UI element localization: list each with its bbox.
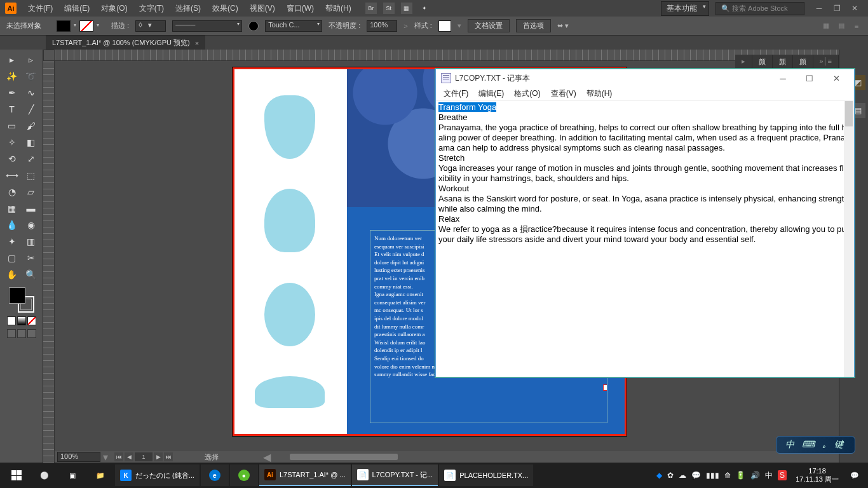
- magic-wand-tool[interactable]: ✨: [3, 69, 21, 84]
- color-mode-gradient[interactable]: [17, 316, 26, 325]
- horizontal-scrollbar-thumb[interactable]: [290, 454, 398, 460]
- preferences-button[interactable]: 首选项: [516, 19, 551, 32]
- bridge-icon[interactable]: Br: [365, 3, 377, 14]
- symbol-sprayer-tool[interactable]: ✦: [3, 234, 21, 249]
- slice-tool[interactable]: ✂: [22, 250, 40, 266]
- artboard-tool[interactable]: ▢: [3, 250, 21, 266]
- notepad-titlebar[interactable]: L7COPY.TXT - 记事本 ─ ☐ ✕: [436, 69, 854, 87]
- ime-indicator[interactable]: 中 ⌨ ｡ 键: [776, 436, 855, 454]
- type-tool[interactable]: T: [3, 102, 21, 117]
- taskbar-clock[interactable]: 17:18 17.11.13 周一: [790, 467, 844, 484]
- menu-view[interactable]: 视图(V): [245, 2, 280, 15]
- draw-normal[interactable]: [7, 329, 16, 338]
- tray-volume-icon[interactable]: 🔊: [750, 471, 760, 480]
- eraser-tool[interactable]: ◧: [22, 135, 40, 150]
- tab-close-icon[interactable]: ×: [195, 39, 199, 47]
- transform-panel-icon[interactable]: ▦: [821, 21, 831, 31]
- column-graph-tool[interactable]: ▥: [22, 234, 40, 249]
- artboard-number[interactable]: 1: [135, 452, 153, 461]
- taskbar-app-edge[interactable]: e: [201, 464, 229, 486]
- arrange-icon[interactable]: ▦: [401, 3, 412, 14]
- prev-artboard-button[interactable]: ◀: [125, 452, 133, 461]
- stock-icon[interactable]: St: [383, 3, 395, 14]
- shaper-tool[interactable]: ✧: [3, 135, 21, 150]
- task-view-button[interactable]: ▣: [58, 463, 86, 488]
- stroke-profile-select[interactable]: ────: [172, 20, 242, 32]
- brush-def-select[interactable]: Touch C...: [265, 20, 322, 32]
- tray-battery-icon[interactable]: 🔋: [736, 471, 745, 480]
- next-artboard-button[interactable]: ▶: [154, 452, 163, 461]
- tray-icon[interactable]: ✿: [667, 471, 674, 480]
- hand-tool[interactable]: ✋: [3, 267, 21, 282]
- gpu-icon[interactable]: ✦: [419, 3, 430, 14]
- gradient-tool[interactable]: ▬: [22, 201, 40, 216]
- direct-selection-tool[interactable]: ▹: [22, 52, 40, 67]
- first-artboard-button[interactable]: ⏮: [114, 452, 123, 461]
- shape-builder-tool[interactable]: ◔: [3, 184, 21, 200]
- tray-wifi-icon[interactable]: ⟰: [724, 471, 731, 480]
- notepad-menu-format[interactable]: 格式(O): [509, 87, 545, 100]
- notepad-menu-view[interactable]: 查看(V): [546, 87, 581, 100]
- menu-type[interactable]: 文字(T): [134, 2, 169, 15]
- width-tool[interactable]: ⟷: [3, 168, 21, 183]
- minimize-icon[interactable]: ─: [811, 3, 827, 14]
- taskbar-app-notepad-1[interactable]: 📄 L7COPY.TXT - 记...: [352, 464, 438, 486]
- brush-circle-swatch[interactable]: [248, 21, 259, 31]
- align-panel-icon[interactable]: ▤: [836, 21, 846, 31]
- tray-icon[interactable]: ☁: [679, 471, 686, 480]
- stroke-swatch[interactable]: [79, 20, 93, 32]
- draw-inside[interactable]: [27, 329, 36, 338]
- tray-wechat-icon[interactable]: 💬: [691, 471, 701, 480]
- menu-icon[interactable]: ≡: [851, 21, 862, 31]
- taskbar-app-illustrator[interactable]: Ai L7START_1.AI* @ ...: [259, 464, 351, 486]
- notepad-vertical-scrollbar[interactable]: [844, 101, 854, 377]
- fill-color-box[interactable]: [9, 287, 25, 304]
- notepad-window[interactable]: L7COPY.TXT - 记事本 ─ ☐ ✕ 文件(F) 编辑(E) 格式(O)…: [435, 69, 855, 377]
- lasso-tool[interactable]: ➰: [22, 69, 40, 84]
- restore-icon[interactable]: ❐: [829, 3, 845, 14]
- blend-tool[interactable]: ◉: [22, 217, 40, 233]
- action-center-button[interactable]: 💬: [844, 463, 865, 488]
- taskbar-app-kugou[interactable]: K だったのに (純音...: [115, 464, 200, 486]
- rotate-tool[interactable]: ⟲: [3, 151, 21, 166]
- document-tab[interactable]: L7START_1.AI* @ 100% (CMYK/GPU 预览) ×: [46, 36, 205, 50]
- perspective-tool[interactable]: ▱: [22, 184, 40, 200]
- draw-behind[interactable]: [17, 329, 26, 338]
- horizontal-ruler[interactable]: [55, 50, 839, 61]
- tray-network-icon[interactable]: ▮▮▮: [706, 471, 719, 480]
- workspace-switcher[interactable]: 基本功能: [661, 1, 709, 16]
- menu-edit[interactable]: 编辑(E): [59, 2, 95, 15]
- notepad-menu-help[interactable]: 帮助(H): [581, 87, 618, 100]
- ruler-origin[interactable]: [43, 50, 55, 61]
- tray-icon[interactable]: ◆: [656, 471, 662, 480]
- start-button[interactable]: [3, 463, 31, 488]
- eyedropper-tool[interactable]: 💧: [3, 217, 21, 233]
- menu-window[interactable]: 窗口(W): [281, 2, 319, 15]
- cortana-search-button[interactable]: ⚪: [31, 463, 58, 488]
- fill-stroke-selector[interactable]: [9, 287, 34, 313]
- opacity-input[interactable]: 100%: [367, 20, 397, 32]
- notepad-maximize-button[interactable]: ☐: [797, 71, 822, 86]
- file-explorer-button[interactable]: 📁: [86, 463, 114, 488]
- taskbar-app-notepad-2[interactable]: 📄 PLACEHOLDER.TX...: [439, 464, 533, 486]
- mesh-tool[interactable]: ▦: [3, 201, 21, 216]
- close-icon[interactable]: ✕: [846, 3, 863, 14]
- stock-search-input[interactable]: 🔍 搜索 Adobe Stock: [715, 2, 804, 15]
- menu-file[interactable]: 文件(F): [23, 2, 58, 15]
- zoom-level-select[interactable]: 100%: [57, 452, 100, 462]
- fill-swatch-group[interactable]: [57, 20, 93, 32]
- notepad-scrollbar-thumb[interactable]: [845, 101, 853, 126]
- color-mode-none[interactable]: [27, 316, 36, 325]
- notepad-menu-file[interactable]: 文件(F): [438, 87, 473, 100]
- rectangle-tool[interactable]: ▭: [3, 118, 21, 133]
- notepad-menu-edit[interactable]: 编辑(E): [473, 87, 509, 100]
- tray-sogou-icon[interactable]: S: [778, 470, 787, 480]
- menu-effect[interactable]: 效果(C): [207, 2, 243, 15]
- menu-help[interactable]: 帮助(H): [320, 2, 356, 15]
- notepad-text-area[interactable]: Transform Yoga Breathe Pranayama, the yo…: [436, 101, 854, 377]
- pen-tool[interactable]: ✒: [3, 85, 21, 100]
- document-setup-button[interactable]: 文档设置: [468, 19, 510, 32]
- tray-ime-lang[interactable]: 中: [765, 470, 773, 481]
- line-tool[interactable]: ╱: [22, 102, 40, 117]
- color-mode-solid[interactable]: [7, 316, 16, 325]
